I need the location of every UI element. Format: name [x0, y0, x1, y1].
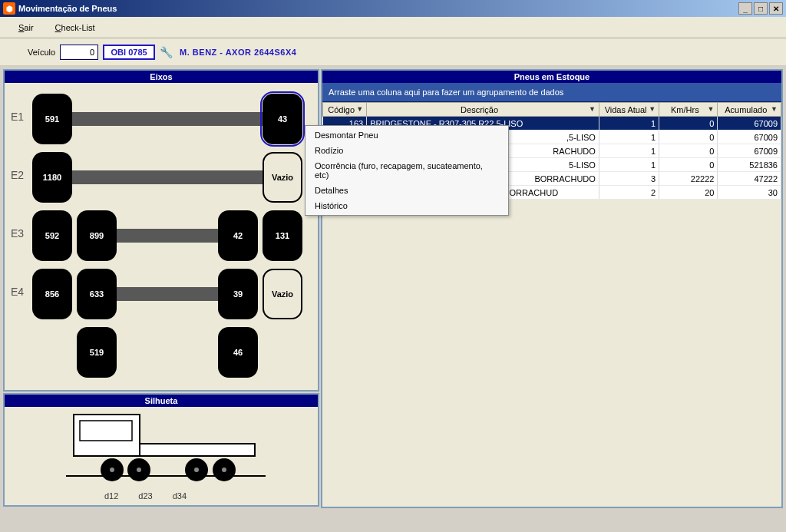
axle-bar-e2: [69, 170, 263, 184]
ctx-detalhes[interactable]: Detalhes: [307, 183, 507, 198]
svg-point-11: [222, 468, 226, 472]
filter-icon[interactable]: ▼: [707, 105, 714, 113]
vehicle-label: Veículo: [28, 48, 55, 57]
axle-label-e1: E1: [11, 111, 24, 123]
ctx-ocorrencia[interactable]: Ocorrência (furo, recapagem, sucateament…: [307, 158, 507, 183]
filter-icon[interactable]: ▼: [589, 105, 596, 113]
axle-bar-e1: [69, 112, 263, 126]
tire-context-menu: Desmontar Pneu Rodízio Ocorrência (furo,…: [305, 125, 509, 216]
axles-area: E1 591 43 E2 1180 Vazio E3 592 899 42 13…: [5, 83, 318, 388]
tire-e4-r2-empty[interactable]: Vazio: [263, 269, 302, 319]
tire-spare-2[interactable]: 46: [218, 327, 258, 378]
ctx-historico[interactable]: Histórico: [307, 198, 507, 213]
filter-icon[interactable]: ▼: [771, 105, 778, 113]
svg-rect-2: [140, 444, 255, 456]
tire-spare-1[interactable]: 519: [77, 327, 117, 378]
vehicle-number-input[interactable]: [60, 45, 98, 60]
truck-icon: [66, 410, 266, 487]
axle-bar-e4: [111, 287, 221, 301]
tire-e4-l2[interactable]: 633: [77, 269, 117, 319]
col-codigo[interactable]: Código▼: [323, 103, 367, 117]
silhouette-panel: Silhueta d12 d: [3, 393, 319, 507]
tire-e2-left[interactable]: 1180: [32, 152, 72, 203]
close-button[interactable]: ✕: [769, 2, 783, 15]
wrench-icon[interactable]: 🔧: [160, 46, 172, 58]
svg-point-9: [137, 468, 141, 472]
col-descricao[interactable]: Descrição▼: [367, 103, 599, 117]
minimize-button[interactable]: _: [738, 2, 752, 15]
tire-e3-r2[interactable]: 131: [263, 210, 302, 261]
dim-d23: d23: [138, 491, 152, 501]
vehicle-plate-input[interactable]: [103, 45, 155, 60]
tire-e3-r1[interactable]: 42: [218, 210, 258, 261]
app-icon: ⬢: [3, 2, 15, 15]
axle-bar-e3: [111, 229, 221, 243]
stock-group-hint[interactable]: Arraste uma coluna aqui para fazer um ag…: [322, 83, 781, 102]
maximize-button[interactable]: □: [754, 2, 768, 15]
filter-icon[interactable]: ▼: [356, 105, 363, 113]
window-title: Movimentação de Pneus: [18, 4, 738, 13]
dim-d12: d12: [104, 491, 118, 501]
vehicle-description: M. BENZ - AXOR 2644S6X4: [180, 48, 296, 57]
stock-panel-title: Pneus em Estoque: [322, 71, 781, 83]
menu-bar: Sair Check-List: [0, 17, 786, 38]
menu-checklist[interactable]: Check-List: [55, 23, 95, 32]
axle-label-e3: E3: [11, 227, 24, 240]
ctx-rodizio[interactable]: Rodízio: [307, 143, 507, 158]
tire-e2-right-empty[interactable]: Vazio: [263, 152, 302, 203]
silhouette-dimensions: d12 d23 d34: [104, 491, 187, 501]
content-area: Eixos E1 591 43 E2 1180 Vazio E3 592 899…: [0, 66, 786, 511]
tire-e1-right[interactable]: 43: [263, 94, 302, 144]
menu-sair[interactable]: Sair: [18, 23, 34, 32]
axle-label-e2: E2: [11, 169, 24, 181]
window-titlebar: ⬢ Movimentação de Pneus _ □ ✕: [0, 0, 786, 17]
window-buttons: _ □ ✕: [738, 2, 783, 15]
tire-e1-left[interactable]: 591: [32, 94, 72, 144]
silhouette-panel-title: Silhueta: [5, 395, 318, 407]
silhouette-canvas: d12 d23 d34: [5, 407, 318, 504]
axles-panel: Eixos E1 591 43 E2 1180 Vazio E3 592 899…: [3, 69, 319, 392]
filter-icon[interactable]: ▼: [649, 105, 656, 113]
col-vidas[interactable]: Vidas Atual▼: [599, 103, 659, 117]
col-kmhrs[interactable]: Km/Hrs▼: [659, 103, 718, 117]
axles-panel-title: Eixos: [5, 71, 318, 83]
svg-point-8: [110, 468, 114, 472]
tire-e4-l1[interactable]: 856: [32, 269, 72, 319]
tire-e4-r1[interactable]: 39: [218, 269, 258, 319]
svg-rect-1: [80, 421, 132, 441]
vehicle-toolbar: Veículo 🔧 M. BENZ - AXOR 2644S6X4: [0, 38, 786, 66]
tire-e3-l1[interactable]: 592: [32, 210, 72, 261]
axle-label-e4: E4: [11, 286, 24, 298]
dim-d34: d34: [173, 491, 187, 501]
left-column: Eixos E1 591 43 E2 1180 Vazio E3 592 899…: [3, 69, 319, 508]
tire-e3-l2[interactable]: 899: [77, 210, 117, 261]
ctx-desmontar[interactable]: Desmontar Pneu: [307, 127, 507, 143]
col-acumulado[interactable]: Acumulado▼: [718, 103, 781, 117]
svg-point-10: [194, 468, 199, 472]
